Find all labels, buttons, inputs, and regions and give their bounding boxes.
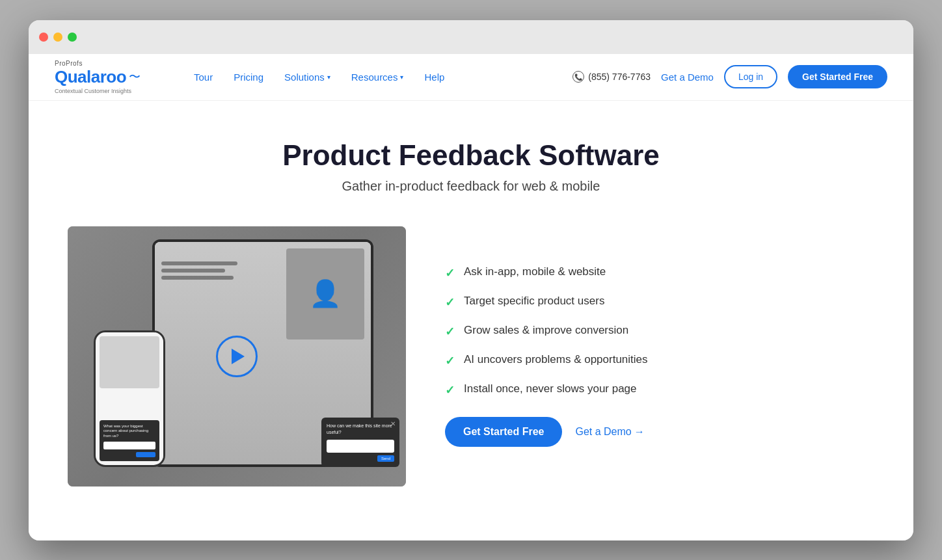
nav-solutions[interactable]: Solutions ▾ [275, 66, 340, 88]
feature-text-2: Target specific product users [464, 295, 604, 308]
checkmark-icon-1: ✓ [445, 266, 455, 280]
survey-close-icon[interactable]: ✕ [390, 420, 396, 427]
features-area: ✓ Ask in-app, mobile & website ✓ Target … [445, 265, 874, 447]
browser-chrome [29, 20, 913, 54]
proprofs-label: ProProfs [55, 60, 159, 67]
phone-icon: 📞 [572, 71, 584, 83]
nav-links: Tour Pricing Solutions ▾ Resources ▾ Hel… [185, 66, 572, 88]
feature-item-5: ✓ Install once, never slows your page [445, 382, 874, 397]
tablet-line-2 [161, 269, 225, 273]
nav-actions: 📞 (855) 776-7763 Get a Demo Log in Get S… [572, 65, 887, 88]
phone-number: (855) 776-7763 [588, 72, 651, 82]
arrow-right-icon: → [634, 426, 645, 438]
logo-tagline: Contextual Customer Insights [55, 88, 159, 94]
feature-item-4: ✓ AI uncovers problems & opportunities [445, 353, 874, 368]
minimize-button[interactable] [53, 33, 62, 42]
solutions-chevron-icon: ▾ [327, 73, 330, 81]
survey-send-button[interactable]: Send [377, 455, 394, 462]
get-demo-hero-link[interactable]: Get a Demo → [575, 426, 644, 438]
feature-item-2: ✓ Target specific product users [445, 295, 874, 310]
browser-window: ProProfs Qualaroo 〜 Contextual Customer … [29, 20, 913, 540]
logo-area: ProProfs Qualaroo 〜 Contextual Customer … [55, 60, 159, 94]
close-button[interactable] [39, 33, 48, 42]
tablet-text-lines [161, 261, 246, 283]
phone-mockup: What was your biggest concern about purc… [94, 330, 165, 467]
survey-widget: ✕ How can we make this site more useful?… [321, 418, 399, 467]
nav-help[interactable]: Help [415, 66, 453, 88]
resources-chevron-icon: ▾ [400, 73, 403, 81]
nav-pricing[interactable]: Pricing [224, 66, 273, 88]
checkmark-icon-3: ✓ [445, 325, 455, 339]
logo-name: Qualaroo [55, 67, 126, 87]
feature-text-5: Install once, never slows your page [464, 382, 637, 395]
login-button[interactable]: Log in [724, 65, 777, 88]
tablet-line-1 [161, 261, 237, 265]
browser-content: ProProfs Qualaroo 〜 Contextual Customer … [29, 54, 913, 540]
survey-question-text: How can we make this site more useful? [327, 423, 394, 436]
feature-text-1: Ask in-app, mobile & website [464, 265, 606, 278]
play-button[interactable] [216, 336, 258, 377]
qualaroo-logo[interactable]: Qualaroo 〜 [55, 67, 159, 87]
phone-survey-question: What was your biggest concern about purc… [103, 424, 155, 439]
logo-wave-icon: 〜 [129, 69, 141, 85]
feature-item-1: ✓ Ask in-app, mobile & website [445, 265, 874, 280]
phone-screen: What was your biggest concern about purc… [96, 332, 163, 465]
hero-subtitle: Gather in-product feedback for web & mob… [55, 179, 887, 194]
nav-tour[interactable]: Tour [185, 66, 222, 88]
tablet-person-image: 👤 [286, 248, 364, 340]
maximize-button[interactable] [68, 33, 77, 42]
checkmark-icon-4: ✓ [445, 354, 455, 368]
tablet-line-3 [161, 276, 234, 280]
main-content: What was your biggest concern about purc… [29, 213, 913, 513]
cta-buttons: Get Started Free Get a Demo → [445, 417, 874, 447]
get-demo-nav-link[interactable]: Get a Demo [661, 72, 714, 83]
navbar: ProProfs Qualaroo 〜 Contextual Customer … [29, 54, 913, 101]
checkmark-icon-5: ✓ [445, 383, 455, 397]
play-icon [232, 349, 245, 364]
video-demo-area[interactable]: What was your biggest concern about purc… [68, 226, 406, 487]
feature-item-3: ✓ Grow sales & improve conversion [445, 324, 874, 339]
phone-link[interactable]: 📞 (855) 776-7763 [572, 71, 651, 83]
feature-text-4: AI uncovers problems & opportunities [464, 353, 648, 366]
phone-survey-widget: What was your biggest concern about purc… [100, 420, 159, 461]
hero-title: Product Feedback Software [55, 140, 887, 171]
checkmark-icon-2: ✓ [445, 295, 455, 310]
get-started-nav-button[interactable]: Get Started Free [788, 65, 887, 88]
feature-text-3: Grow sales & improve conversion [464, 324, 628, 337]
get-started-hero-button[interactable]: Get Started Free [445, 417, 562, 447]
phone-survey-submit [136, 452, 155, 457]
survey-input-field[interactable] [327, 440, 394, 453]
hero-section: Product Feedback Software Gather in-prod… [29, 101, 913, 213]
get-demo-hero-label: Get a Demo [575, 426, 631, 438]
phone-survey-input [103, 442, 155, 449]
phone-image-placeholder [100, 336, 159, 388]
nav-resources[interactable]: Resources ▾ [342, 66, 413, 88]
